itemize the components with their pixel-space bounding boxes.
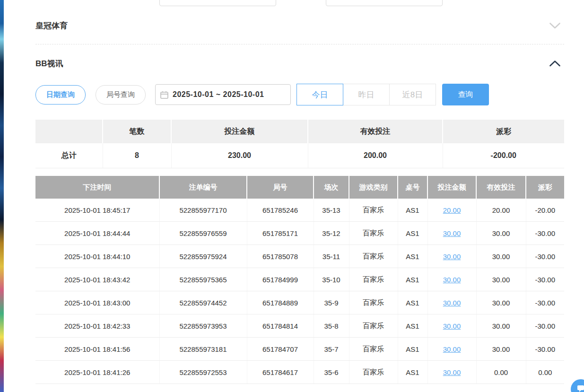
cell-bet-time: 2025-10-01 18:42:33 <box>35 314 159 338</box>
crown-sports-title: 皇冠体育 <box>35 20 68 31</box>
detail-header-row: 下注时间 注单编号 局号 场次 游戏类别 桌号 投注金额 有效投注 派彩 <box>35 176 564 199</box>
cell-table-no: AS1 <box>398 268 427 291</box>
cell-payout: -30.00 <box>526 291 564 314</box>
summary-count-value: 8 <box>103 143 171 168</box>
summary-header-bet-amount: 投注金额 <box>171 120 308 143</box>
cell-game-type: 百家乐 <box>349 268 398 291</box>
table-row: 2025-10-01 18:43:00522855974452651784889… <box>35 291 564 314</box>
table-row: 2025-10-01 18:44:10522855975924651785078… <box>35 245 564 268</box>
cell-bet-amount-link[interactable]: 20.00 <box>427 199 476 222</box>
detail-header-payout: 派彩 <box>526 176 564 199</box>
last-8-days-button[interactable]: 近8日 <box>389 84 436 105</box>
cell-bet-amount-link[interactable]: 30.00 <box>427 245 476 268</box>
cell-bet-id: 522855975365 <box>159 268 247 291</box>
chevron-down-icon[interactable] <box>546 21 564 31</box>
table-row: 2025-10-01 18:41:26522855972553651784617… <box>35 361 564 384</box>
cell-valid-bet: 30.00 <box>476 291 526 314</box>
cell-table-no: AS1 <box>398 245 427 268</box>
date-query-tab[interactable]: 日期查询 <box>35 85 86 105</box>
cell-bet-id: 522855974452 <box>159 291 247 314</box>
top-input-2[interactable] <box>326 0 443 6</box>
table-row: 2025-10-01 18:43:42522855975365651784999… <box>35 268 564 291</box>
cell-table-no: AS1 <box>398 199 427 222</box>
cell-bet-amount-link[interactable]: 30.00 <box>427 291 476 314</box>
table-row: 2025-10-01 18:42:33522855973953651784814… <box>35 314 564 338</box>
cell-session: 35-8 <box>314 314 349 338</box>
today-button[interactable]: 今日 <box>296 84 343 105</box>
detail-header-bet-amount: 投注金额 <box>427 176 476 199</box>
cell-bet-amount-link[interactable]: 30.00 <box>427 361 476 384</box>
cell-valid-bet: 20.00 <box>476 199 526 222</box>
cell-valid-bet: 30.00 <box>476 222 526 245</box>
cell-round: 651784889 <box>247 291 314 314</box>
top-input-1[interactable] <box>159 0 276 6</box>
cell-bet-time: 2025-10-01 18:44:44 <box>35 222 159 245</box>
cell-bet-amount-link[interactable]: 30.00 <box>427 222 476 245</box>
summary-valid-bet-value: 200.00 <box>308 143 443 168</box>
section-header-bb-video[interactable]: BB视讯 <box>35 58 564 69</box>
cell-game-type: 百家乐 <box>349 338 398 361</box>
section-divider <box>35 44 564 44</box>
cell-game-type: 百家乐 <box>349 314 398 338</box>
summary-total-row: 总计 8 230.00 200.00 -200.00 <box>35 143 564 168</box>
cell-bet-id: 522855973181 <box>159 338 247 361</box>
search-button[interactable]: 查询 <box>442 84 489 105</box>
cell-bet-id: 522855976559 <box>159 222 247 245</box>
cell-bet-time: 2025-10-01 18:44:10 <box>35 245 159 268</box>
cell-round: 651784999 <box>247 268 314 291</box>
cell-round: 651784707 <box>247 338 314 361</box>
cell-payout: -30.00 <box>526 245 564 268</box>
report-page: 皇冠体育 BB视讯 日期查询 局号查询 <box>0 0 584 392</box>
summary-header-blank <box>35 120 103 143</box>
cell-payout: -30.00 <box>526 222 564 245</box>
cell-bet-time: 2025-10-01 18:43:42 <box>35 268 159 291</box>
cell-bet-id: 522855977170 <box>159 199 247 222</box>
cell-table-no: AS1 <box>398 361 427 384</box>
cell-table-no: AS1 <box>398 338 427 361</box>
date-range-picker[interactable]: 2025-10-01 ~ 2025-10-01 <box>155 84 291 105</box>
cell-session: 35-9 <box>314 291 349 314</box>
detail-header-table-no: 桌号 <box>398 176 427 199</box>
round-query-tab[interactable]: 局号查询 <box>96 85 146 105</box>
summary-header-row: 笔数 投注金额 有效投注 派彩 <box>35 120 564 143</box>
detail-header-round: 局号 <box>247 176 314 199</box>
cell-bet-amount-link[interactable]: 30.00 <box>427 314 476 338</box>
table-row: 2025-10-01 18:41:56522855973181651784707… <box>35 338 564 361</box>
section-header-crown-sports[interactable]: 皇冠体育 <box>35 20 564 31</box>
summary-header-payout: 派彩 <box>443 120 564 143</box>
cell-session: 35-12 <box>314 222 349 245</box>
cell-payout: -30.00 <box>526 314 564 338</box>
main-content: 皇冠体育 BB视讯 日期查询 局号查询 <box>35 0 564 392</box>
summary-bet-amount-value: 230.00 <box>171 143 308 168</box>
detail-header-valid-bet: 有效投注 <box>476 176 526 199</box>
summary-total-label: 总计 <box>35 143 103 168</box>
cell-bet-id: 522855972553 <box>159 361 247 384</box>
cell-payout: 0.00 <box>526 361 564 384</box>
cell-bet-time: 2025-10-01 18:41:26 <box>35 361 159 384</box>
detail-table-body: 2025-10-01 18:45:17522855977170651785246… <box>35 199 564 384</box>
chat-bubble-icon <box>576 384 584 392</box>
filter-toolbar: 日期查询 局号查询 2025-10-01 ~ 2025-10-01 今日 昨日 … <box>35 84 564 105</box>
cell-payout: -30.00 <box>526 338 564 361</box>
cell-game-type: 百家乐 <box>349 199 398 222</box>
cell-game-type: 百家乐 <box>349 361 398 384</box>
cell-game-type: 百家乐 <box>349 222 398 245</box>
calendar-icon <box>160 91 168 99</box>
chevron-up-icon[interactable] <box>546 59 564 69</box>
detail-header-game-type: 游戏类别 <box>349 176 398 199</box>
cell-round: 651784814 <box>247 314 314 338</box>
cell-valid-bet: 30.00 <box>476 268 526 291</box>
cell-bet-amount-link[interactable]: 30.00 <box>427 268 476 291</box>
cell-round: 651785171 <box>247 222 314 245</box>
cell-valid-bet: 30.00 <box>476 314 526 338</box>
cell-bet-amount-link[interactable]: 30.00 <box>427 338 476 361</box>
cell-round: 651785246 <box>247 199 314 222</box>
cell-round: 651784617 <box>247 361 314 384</box>
floating-service-button[interactable] <box>571 379 584 392</box>
cell-game-type: 百家乐 <box>349 245 398 268</box>
background-image-strip <box>0 0 4 392</box>
cell-valid-bet: 30.00 <box>476 338 526 361</box>
yesterday-button[interactable]: 昨日 <box>343 84 390 105</box>
cell-bet-time: 2025-10-01 18:43:00 <box>35 291 159 314</box>
cell-valid-bet: 30.00 <box>476 245 526 268</box>
